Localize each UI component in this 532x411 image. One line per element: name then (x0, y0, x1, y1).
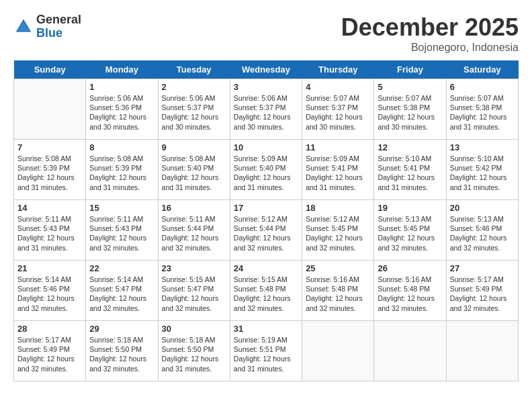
day-header-wednesday: Wednesday (230, 60, 302, 79)
cell-details: Sunrise: 5:06 AMSunset: 5:37 PMDaylight:… (162, 93, 226, 132)
date-number: 13 (450, 142, 515, 152)
calendar-cell: 5 Sunrise: 5:07 AMSunset: 5:38 PMDayligh… (374, 79, 446, 140)
page-subtitle: Bojonegoro, Indonesia (341, 42, 519, 54)
calendar-cell (374, 321, 446, 381)
calendar-cell: 9 Sunrise: 5:08 AMSunset: 5:40 PMDayligh… (158, 140, 230, 200)
cell-details: Sunrise: 5:17 AMSunset: 5:49 PMDaylight:… (17, 335, 82, 373)
day-header-thursday: Thursday (302, 60, 374, 79)
cell-details: Sunrise: 5:07 AMSunset: 5:37 PMDaylight:… (306, 93, 370, 132)
date-number: 16 (162, 203, 226, 213)
page-title: December 2025 (341, 13, 519, 42)
cell-details: Sunrise: 5:19 AMSunset: 5:51 PMDaylight:… (234, 335, 298, 373)
cell-details: Sunrise: 5:07 AMSunset: 5:38 PMDaylight:… (450, 93, 515, 132)
calendar-cell (14, 79, 86, 140)
date-number: 15 (89, 203, 154, 213)
calendar-cell: 12 Sunrise: 5:10 AMSunset: 5:41 PMDaylig… (374, 140, 446, 200)
cell-details: Sunrise: 5:12 AMSunset: 5:44 PMDaylight:… (234, 214, 298, 253)
calendar-cell: 24 Sunrise: 5:15 AMSunset: 5:48 PMDaylig… (230, 261, 302, 321)
cell-details: Sunrise: 5:14 AMSunset: 5:47 PMDaylight:… (89, 275, 154, 313)
date-number: 22 (89, 263, 154, 273)
calendar-cell: 31 Sunrise: 5:19 AMSunset: 5:51 PMDaylig… (230, 321, 302, 381)
cell-details: Sunrise: 5:06 AMSunset: 5:37 PMDaylight:… (234, 93, 298, 132)
cell-details: Sunrise: 5:10 AMSunset: 5:42 PMDaylight:… (450, 154, 515, 192)
calendar-cell: 3 Sunrise: 5:06 AMSunset: 5:37 PMDayligh… (230, 79, 302, 140)
date-number: 28 (17, 324, 82, 334)
cell-details: Sunrise: 5:16 AMSunset: 5:48 PMDaylight:… (306, 275, 370, 313)
cell-details: Sunrise: 5:17 AMSunset: 5:49 PMDaylight:… (450, 275, 515, 313)
date-number: 21 (17, 263, 82, 273)
date-number: 3 (234, 82, 298, 92)
date-number: 5 (378, 82, 442, 92)
date-number: 19 (378, 203, 442, 213)
logo-blue-text: Blue (36, 27, 81, 40)
logo-icon (13, 17, 34, 37)
calendar-cell: 4 Sunrise: 5:07 AMSunset: 5:37 PMDayligh… (302, 79, 374, 140)
date-number: 17 (234, 203, 298, 213)
cell-details: Sunrise: 5:08 AMSunset: 5:40 PMDaylight:… (162, 154, 226, 192)
calendar-cell: 29 Sunrise: 5:18 AMSunset: 5:50 PMDaylig… (86, 321, 158, 381)
cell-details: Sunrise: 5:15 AMSunset: 5:48 PMDaylight:… (234, 275, 298, 313)
cell-details: Sunrise: 5:09 AMSunset: 5:41 PMDaylight:… (306, 154, 370, 192)
calendar-cell: 14 Sunrise: 5:11 AMSunset: 5:43 PMDaylig… (14, 200, 86, 261)
cell-details: Sunrise: 5:06 AMSunset: 5:36 PMDaylight:… (89, 93, 154, 132)
date-number: 18 (306, 203, 370, 213)
calendar-cell: 11 Sunrise: 5:09 AMSunset: 5:41 PMDaylig… (302, 140, 374, 200)
logo-general-text: General (36, 13, 81, 27)
date-number: 25 (306, 263, 370, 273)
cell-details: Sunrise: 5:14 AMSunset: 5:46 PMDaylight:… (17, 275, 82, 313)
calendar-cell: 26 Sunrise: 5:16 AMSunset: 5:48 PMDaylig… (374, 261, 446, 321)
week-row-4: 21 Sunrise: 5:14 AMSunset: 5:46 PMDaylig… (14, 261, 519, 321)
date-number: 6 (450, 82, 515, 92)
calendar-cell: 30 Sunrise: 5:18 AMSunset: 5:50 PMDaylig… (158, 321, 230, 381)
calendar-cell: 18 Sunrise: 5:12 AMSunset: 5:45 PMDaylig… (302, 200, 374, 261)
calendar-cell: 20 Sunrise: 5:13 AMSunset: 5:46 PMDaylig… (446, 200, 518, 261)
title-section: December 2025 Bojonegoro, Indonesia (341, 13, 519, 54)
date-number: 29 (89, 324, 154, 334)
week-row-2: 7 Sunrise: 5:08 AMSunset: 5:39 PMDayligh… (14, 140, 519, 200)
calendar-cell: 2 Sunrise: 5:06 AMSunset: 5:37 PMDayligh… (158, 79, 230, 140)
date-number: 8 (89, 142, 154, 152)
cell-details: Sunrise: 5:18 AMSunset: 5:50 PMDaylight:… (89, 335, 154, 373)
cell-details: Sunrise: 5:18 AMSunset: 5:50 PMDaylight:… (162, 335, 226, 373)
calendar-cell: 27 Sunrise: 5:17 AMSunset: 5:49 PMDaylig… (446, 261, 518, 321)
calendar-cell (302, 321, 374, 381)
date-number: 7 (17, 142, 82, 152)
cell-details: Sunrise: 5:13 AMSunset: 5:46 PMDaylight:… (450, 214, 515, 253)
calendar-cell: 7 Sunrise: 5:08 AMSunset: 5:39 PMDayligh… (14, 140, 86, 200)
day-header-friday: Friday (374, 60, 446, 79)
calendar-cell: 22 Sunrise: 5:14 AMSunset: 5:47 PMDaylig… (86, 261, 158, 321)
calendar-cell: 25 Sunrise: 5:16 AMSunset: 5:48 PMDaylig… (302, 261, 374, 321)
cell-details: Sunrise: 5:08 AMSunset: 5:39 PMDaylight:… (17, 154, 82, 192)
day-header-saturday: Saturday (446, 60, 518, 79)
day-header-tuesday: Tuesday (158, 60, 230, 79)
week-row-3: 14 Sunrise: 5:11 AMSunset: 5:43 PMDaylig… (14, 200, 519, 261)
date-number: 1 (89, 82, 154, 92)
cell-details: Sunrise: 5:15 AMSunset: 5:47 PMDaylight:… (162, 275, 226, 313)
date-number: 27 (450, 263, 515, 273)
date-number: 26 (378, 263, 442, 273)
calendar-cell: 10 Sunrise: 5:09 AMSunset: 5:40 PMDaylig… (230, 140, 302, 200)
cell-details: Sunrise: 5:07 AMSunset: 5:38 PMDaylight:… (378, 93, 442, 132)
date-number: 14 (17, 203, 82, 213)
date-number: 31 (234, 324, 298, 334)
logo-text: General Blue (36, 13, 81, 40)
day-header-monday: Monday (86, 60, 158, 79)
calendar-cell: 1 Sunrise: 5:06 AMSunset: 5:36 PMDayligh… (86, 79, 158, 140)
cell-details: Sunrise: 5:11 AMSunset: 5:44 PMDaylight:… (162, 214, 226, 253)
calendar-table: SundayMondayTuesdayWednesdayThursdayFrid… (13, 60, 519, 381)
page-header: General Blue December 2025 Bojonegoro, I… (13, 13, 519, 54)
calendar-cell: 19 Sunrise: 5:13 AMSunset: 5:45 PMDaylig… (374, 200, 446, 261)
calendar-cell: 17 Sunrise: 5:12 AMSunset: 5:44 PMDaylig… (230, 200, 302, 261)
cell-details: Sunrise: 5:09 AMSunset: 5:40 PMDaylight:… (234, 154, 298, 192)
date-number: 20 (450, 203, 515, 213)
date-number: 10 (234, 142, 298, 152)
calendar-cell: 21 Sunrise: 5:14 AMSunset: 5:46 PMDaylig… (14, 261, 86, 321)
calendar-cell: 16 Sunrise: 5:11 AMSunset: 5:44 PMDaylig… (158, 200, 230, 261)
cell-details: Sunrise: 5:13 AMSunset: 5:45 PMDaylight:… (378, 214, 442, 253)
cell-details: Sunrise: 5:08 AMSunset: 5:39 PMDaylight:… (89, 154, 154, 192)
calendar-cell: 28 Sunrise: 5:17 AMSunset: 5:49 PMDaylig… (14, 321, 86, 381)
week-row-5: 28 Sunrise: 5:17 AMSunset: 5:49 PMDaylig… (14, 321, 519, 381)
cell-details: Sunrise: 5:12 AMSunset: 5:45 PMDaylight:… (306, 214, 370, 253)
header-row: SundayMondayTuesdayWednesdayThursdayFrid… (14, 60, 519, 79)
cell-details: Sunrise: 5:16 AMSunset: 5:48 PMDaylight:… (378, 275, 442, 313)
